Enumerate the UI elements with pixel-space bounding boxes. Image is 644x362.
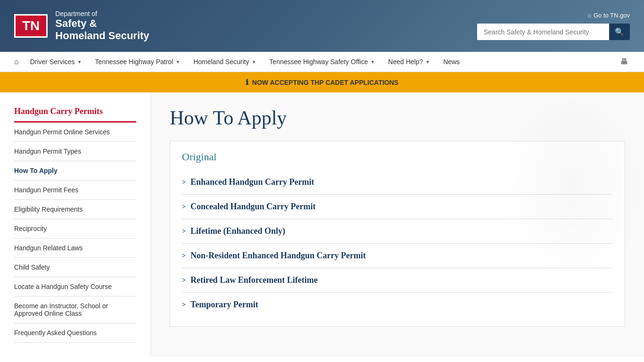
print-icon: 🖶: [620, 58, 628, 66]
site-header: TN Department of Safety &Homeland Securi…: [0, 0, 644, 52]
sidebar-item: Reciprocity: [14, 219, 136, 239]
sidebar-link-locate-course[interactable]: Locate a Handgun Safety Course: [14, 277, 136, 296]
sidebar-link-how-to-apply[interactable]: How To Apply: [14, 161, 136, 180]
sidebar: Handgun Carry Permits Handgun Permit Onl…: [0, 92, 151, 357]
sidebar-item: Handgun Permit Online Services: [14, 123, 136, 142]
nav-driver-services[interactable]: Driver Services ▼: [24, 52, 89, 71]
nav-homeland-security-label: Homeland Security: [193, 58, 249, 66]
sidebar-item: Handgun Permit Types: [14, 142, 136, 161]
chevron-down-icon: ▼: [251, 59, 256, 65]
nav-highway-patrol[interactable]: Tennessee Highway Patrol ▼: [88, 52, 187, 71]
sidebar-link-permit-fees[interactable]: Handgun Permit Fees: [14, 181, 136, 199]
chevron-down-icon: ▼: [370, 59, 375, 65]
sidebar-item: Eligibility Requirements: [14, 200, 136, 219]
section-title: Original: [182, 151, 613, 163]
chevron-right-icon: >: [182, 203, 186, 211]
sidebar-link-eligibility[interactable]: Eligibility Requirements: [14, 200, 136, 219]
dept-of-label: Department of: [55, 10, 149, 17]
print-button[interactable]: 🖶: [614, 52, 635, 72]
chevron-right-icon: >: [182, 228, 186, 235]
sidebar-title: Handgun Carry Permits: [14, 107, 136, 123]
accordion-item-3[interactable]: > Non-Resident Enhanced Handgun Carry Pe…: [182, 243, 613, 268]
accordion-label-2[interactable]: Lifetime (Enhanced Only): [190, 226, 285, 236]
sidebar-item: Handgun Permit Fees: [14, 181, 136, 200]
chevron-right-icon: >: [182, 301, 186, 309]
announcement-banner: ℹ NOW ACCEPTING THP CADET APPLICATIONS: [0, 72, 644, 92]
dept-full-name: Safety &Homeland Security: [55, 17, 149, 42]
sidebar-link-become-instructor[interactable]: Become an Instructor, School or Approved…: [14, 296, 136, 323]
sidebar-item: Become an Instructor, School or Approved…: [14, 296, 136, 323]
search-icon: 🔍: [615, 27, 624, 36]
chevron-down-icon: ▼: [425, 59, 430, 65]
sidebar-item: Child Safety: [14, 258, 136, 277]
banner-text: NOW ACCEPTING THP CADET APPLICATIONS: [252, 79, 398, 86]
search-bar: 🔍: [477, 24, 630, 40]
go-to-tn-link[interactable]: ⌂ Go to TN.gov: [587, 12, 630, 19]
accordion-item-4[interactable]: > Retired Law Enforcement Lifetime: [182, 268, 613, 292]
nav-driver-services-label: Driver Services: [30, 58, 75, 66]
accordion-label-3[interactable]: Non-Resident Enhanced Handgun Carry Perm…: [190, 251, 366, 261]
main-content: How To Apply Original > Enhanced Handgun…: [151, 92, 644, 357]
tn-logo: TN: [14, 14, 48, 38]
nav-news-label: News: [443, 58, 460, 66]
dept-name-area: Department of Safety &Homeland Security: [55, 10, 149, 42]
accordion-section: Original > Enhanced Handgun Carry Permit…: [170, 141, 625, 327]
nav-need-help[interactable]: Need Help? ▼: [381, 52, 437, 71]
content-area: Handgun Carry Permits Handgun Permit Onl…: [0, 92, 644, 357]
sidebar-item-active: How To Apply: [14, 161, 136, 181]
logo-area: TN Department of Safety &Homeland Securi…: [14, 10, 149, 42]
page-title: How To Apply: [170, 107, 625, 129]
search-button[interactable]: 🔍: [609, 24, 630, 40]
nav-highway-safety-label: Tennessee Highway Safety Office: [269, 58, 368, 66]
home-icon: ⌂: [587, 12, 591, 19]
sidebar-item: Locate a Handgun Safety Course: [14, 277, 136, 296]
chevron-right-icon: >: [182, 277, 186, 284]
sidebar-link-online-services[interactable]: Handgun Permit Online Services: [14, 123, 136, 141]
info-icon: ℹ: [246, 78, 248, 87]
chevron-right-icon: >: [182, 179, 186, 186]
nav-highway-safety-office[interactable]: Tennessee Highway Safety Office ▼: [263, 52, 381, 71]
accordion-item-5[interactable]: > Temporary Permit: [182, 292, 613, 317]
header-right: ⌂ Go to TN.gov 🔍: [477, 12, 630, 40]
sidebar-link-child-safety[interactable]: Child Safety: [14, 258, 136, 277]
accordion-item-1[interactable]: > Concealed Handgun Carry Permit: [182, 194, 613, 219]
sidebar-item: Frequently Asked Questions: [14, 323, 136, 343]
nav-highway-patrol-label: Tennessee Highway Patrol: [95, 58, 173, 66]
accordion-label-5[interactable]: Temporary Permit: [190, 300, 258, 310]
accordion-label-1[interactable]: Concealed Handgun Carry Permit: [190, 202, 315, 212]
nav-home[interactable]: ⌂: [9, 52, 24, 72]
sidebar-list: Handgun Permit Online Services Handgun P…: [14, 123, 136, 343]
sidebar-link-related-laws[interactable]: Handgun Related Laws: [14, 239, 136, 257]
nav-homeland-security[interactable]: Homeland Security ▼: [187, 52, 263, 71]
search-input[interactable]: [477, 25, 609, 40]
chevron-down-icon: ▼: [175, 59, 180, 65]
chevron-down-icon: ▼: [77, 59, 82, 65]
accordion-label-0[interactable]: Enhanced Handgun Carry Permit: [190, 177, 314, 187]
accordion-item-0[interactable]: > Enhanced Handgun Carry Permit: [182, 170, 613, 194]
accordion-label-4[interactable]: Retired Law Enforcement Lifetime: [190, 275, 318, 285]
sidebar-item: Handgun Related Laws: [14, 239, 136, 258]
main-nav: ⌂ Driver Services ▼ Tennessee Highway Pa…: [0, 52, 644, 72]
go-to-tn-label: Go to TN.gov: [594, 12, 630, 19]
sidebar-link-reciprocity[interactable]: Reciprocity: [14, 219, 136, 238]
nav-need-help-label: Need Help?: [388, 58, 423, 66]
chevron-right-icon: >: [182, 252, 186, 260]
sidebar-link-faq[interactable]: Frequently Asked Questions: [14, 323, 136, 342]
accordion-item-2[interactable]: > Lifetime (Enhanced Only): [182, 219, 613, 243]
nav-news[interactable]: News: [437, 52, 466, 71]
sidebar-link-permit-types[interactable]: Handgun Permit Types: [14, 142, 136, 161]
